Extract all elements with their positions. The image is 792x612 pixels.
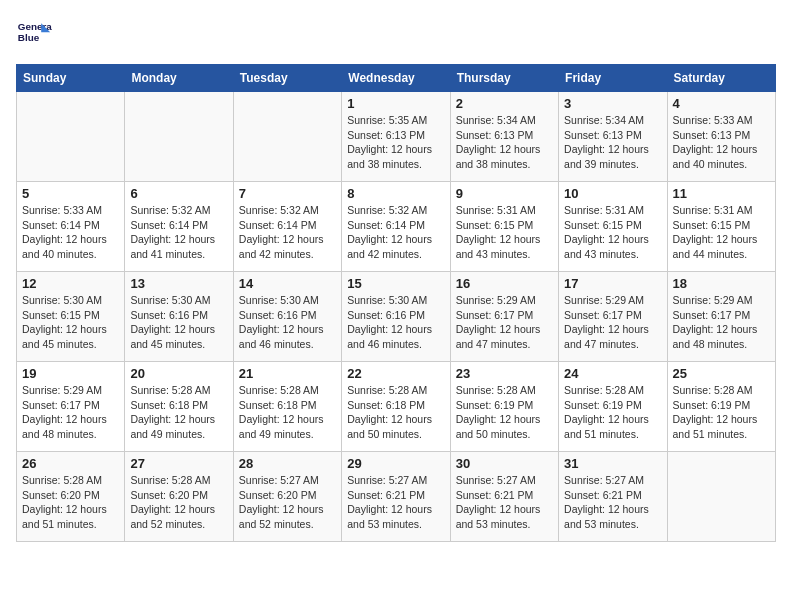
day-number: 29 [347,456,444,471]
day-number: 20 [130,366,227,381]
day-cell: 16Sunrise: 5:29 AMSunset: 6:17 PMDayligh… [450,272,558,362]
day-info: Sunset: 6:18 PM [130,398,227,413]
day-cell: 21Sunrise: 5:28 AMSunset: 6:18 PMDayligh… [233,362,341,452]
week-row-1: 1Sunrise: 5:35 AMSunset: 6:13 PMDaylight… [17,92,776,182]
day-cell: 3Sunrise: 5:34 AMSunset: 6:13 PMDaylight… [559,92,667,182]
day-info: Daylight: 12 hours [564,502,661,517]
week-row-4: 19Sunrise: 5:29 AMSunset: 6:17 PMDayligh… [17,362,776,452]
day-number: 5 [22,186,119,201]
day-info: Sunset: 6:16 PM [239,308,336,323]
day-cell: 2Sunrise: 5:34 AMSunset: 6:13 PMDaylight… [450,92,558,182]
calendar-header-row: SundayMondayTuesdayWednesdayThursdayFrid… [17,65,776,92]
day-number: 27 [130,456,227,471]
day-info: and 53 minutes. [347,517,444,532]
day-info: Daylight: 12 hours [130,502,227,517]
day-cell: 22Sunrise: 5:28 AMSunset: 6:18 PMDayligh… [342,362,450,452]
day-cell: 28Sunrise: 5:27 AMSunset: 6:20 PMDayligh… [233,452,341,542]
day-info: Daylight: 12 hours [564,142,661,157]
col-header-sunday: Sunday [17,65,125,92]
col-header-tuesday: Tuesday [233,65,341,92]
day-number: 30 [456,456,553,471]
day-info: and 45 minutes. [130,337,227,352]
day-info: Sunrise: 5:28 AM [22,473,119,488]
day-cell: 1Sunrise: 5:35 AMSunset: 6:13 PMDaylight… [342,92,450,182]
day-info: Sunset: 6:17 PM [456,308,553,323]
day-number: 24 [564,366,661,381]
day-info: and 49 minutes. [130,427,227,442]
day-info: Sunrise: 5:28 AM [564,383,661,398]
day-info: Daylight: 12 hours [22,502,119,517]
day-cell: 11Sunrise: 5:31 AMSunset: 6:15 PMDayligh… [667,182,775,272]
day-info: Sunrise: 5:34 AM [456,113,553,128]
day-info: and 53 minutes. [456,517,553,532]
day-info: and 43 minutes. [564,247,661,262]
day-number: 11 [673,186,770,201]
day-info: Sunset: 6:21 PM [456,488,553,503]
day-info: and 51 minutes. [673,427,770,442]
day-info: Daylight: 12 hours [673,412,770,427]
day-cell: 30Sunrise: 5:27 AMSunset: 6:21 PMDayligh… [450,452,558,542]
col-header-saturday: Saturday [667,65,775,92]
day-number: 28 [239,456,336,471]
day-info: Sunrise: 5:28 AM [456,383,553,398]
day-info: and 50 minutes. [347,427,444,442]
day-number: 22 [347,366,444,381]
day-number: 26 [22,456,119,471]
day-cell [17,92,125,182]
day-info: Sunrise: 5:31 AM [564,203,661,218]
day-number: 8 [347,186,444,201]
day-info: Sunrise: 5:30 AM [130,293,227,308]
day-info: Sunset: 6:21 PM [347,488,444,503]
day-cell: 15Sunrise: 5:30 AMSunset: 6:16 PMDayligh… [342,272,450,362]
day-info: Sunset: 6:19 PM [456,398,553,413]
day-cell: 12Sunrise: 5:30 AMSunset: 6:15 PMDayligh… [17,272,125,362]
day-info: Daylight: 12 hours [239,502,336,517]
day-info: Sunset: 6:17 PM [673,308,770,323]
day-info: Sunset: 6:20 PM [130,488,227,503]
day-info: Sunset: 6:13 PM [347,128,444,143]
day-info: and 40 minutes. [22,247,119,262]
day-cell: 14Sunrise: 5:30 AMSunset: 6:16 PMDayligh… [233,272,341,362]
day-info: Sunrise: 5:30 AM [239,293,336,308]
day-info: Daylight: 12 hours [239,412,336,427]
week-row-3: 12Sunrise: 5:30 AMSunset: 6:15 PMDayligh… [17,272,776,362]
day-info: Sunrise: 5:29 AM [564,293,661,308]
day-info: Sunrise: 5:33 AM [673,113,770,128]
day-info: Sunrise: 5:27 AM [456,473,553,488]
day-info: and 52 minutes. [239,517,336,532]
day-info: Sunrise: 5:28 AM [239,383,336,398]
day-info: Sunset: 6:20 PM [22,488,119,503]
day-info: and 52 minutes. [130,517,227,532]
day-info: Sunset: 6:14 PM [347,218,444,233]
day-info: Sunset: 6:20 PM [239,488,336,503]
day-info: Daylight: 12 hours [239,322,336,337]
day-info: Daylight: 12 hours [673,232,770,247]
day-info: Sunset: 6:15 PM [22,308,119,323]
day-info: Sunset: 6:21 PM [564,488,661,503]
day-info: and 50 minutes. [456,427,553,442]
day-number: 21 [239,366,336,381]
col-header-monday: Monday [125,65,233,92]
day-info: Sunset: 6:17 PM [564,308,661,323]
day-info: Sunset: 6:15 PM [456,218,553,233]
day-info: and 41 minutes. [130,247,227,262]
day-info: Sunset: 6:14 PM [22,218,119,233]
day-info: Sunset: 6:14 PM [130,218,227,233]
day-cell: 7Sunrise: 5:32 AMSunset: 6:14 PMDaylight… [233,182,341,272]
day-info: Daylight: 12 hours [347,412,444,427]
day-cell: 6Sunrise: 5:32 AMSunset: 6:14 PMDaylight… [125,182,233,272]
day-number: 23 [456,366,553,381]
col-header-thursday: Thursday [450,65,558,92]
day-info: Daylight: 12 hours [347,142,444,157]
day-info: Daylight: 12 hours [347,502,444,517]
day-info: Sunrise: 5:31 AM [456,203,553,218]
day-number: 7 [239,186,336,201]
day-info: Sunrise: 5:34 AM [564,113,661,128]
day-info: Sunset: 6:19 PM [564,398,661,413]
day-cell: 19Sunrise: 5:29 AMSunset: 6:17 PMDayligh… [17,362,125,452]
day-info: Daylight: 12 hours [564,322,661,337]
day-info: Sunset: 6:17 PM [22,398,119,413]
day-cell: 31Sunrise: 5:27 AMSunset: 6:21 PMDayligh… [559,452,667,542]
day-info: Daylight: 12 hours [456,322,553,337]
day-cell: 25Sunrise: 5:28 AMSunset: 6:19 PMDayligh… [667,362,775,452]
